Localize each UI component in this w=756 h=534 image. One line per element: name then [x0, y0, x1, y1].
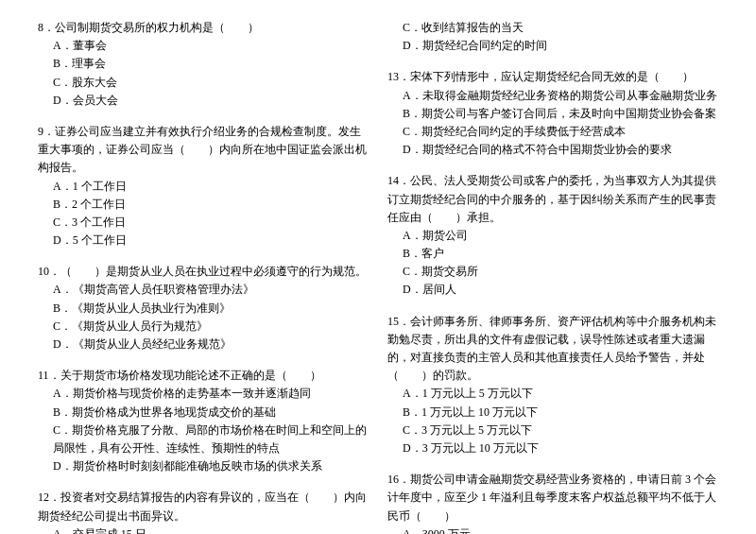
question-option: A．1 万元以上 5 万元以下	[387, 385, 718, 403]
question-block: 14．公民、法人受期货公司或客户的委托，为当事双方人为其提供订立期货经纪合同的中…	[387, 172, 718, 299]
question-block: 16．期货公司申请金融期货交易经营业务资格的，申请日前 3 个会计年度中，应至少…	[387, 471, 718, 534]
question-title: 14．公民、法人受期货公司或客户的委托，为当事双方人为其提供订立期货经纪合同的中…	[387, 172, 718, 227]
question-option: B．期货价格成为世界各地现货成交价的基础	[38, 404, 369, 422]
question-option: A．期货公司	[387, 227, 718, 245]
question-title: 13．宋体下列情形中，应认定期货经纪合同无效的是（ ）	[387, 68, 718, 86]
question-option: A．期货价格与现货价格的走势基本一致并逐渐趋同	[38, 385, 369, 403]
question-block: 11．关于期货市场价格发现功能论述不正确的是（ ）A．期货价格与现货价格的走势基…	[38, 367, 369, 475]
question-title: 9．证券公司应当建立并有效执行介绍业务的合规检查制度。发生重大事项的，证券公司应…	[38, 123, 369, 178]
question-option: D．居间人	[387, 281, 718, 299]
question-option: B．期货公司与客户签订合同后，未及时向中国期货业协会备案	[387, 105, 718, 123]
question-option: D．期货经纪合同的格式不符合中国期货业协会的要求	[387, 141, 718, 159]
question-option: D．3 万元以上 10 万元以下	[387, 439, 718, 457]
question-option: C．3 万元以上 5 万元以下	[387, 422, 718, 439]
question-option: B．客户	[387, 245, 718, 263]
question-option: C．股东大会	[38, 74, 369, 92]
right-column: C．收到结算报告的当天D．期货经纪合同约定的时间13．宋体下列情形中，应认定期货…	[387, 19, 718, 534]
question-option: A．未取得金融期货经纪业务资格的期货公司从事金融期货业务	[387, 87, 718, 105]
question-option: C．期货价格克服了分散、局部的市场价格在时间上和空间上的局限性，具有公开性、连续…	[38, 422, 369, 457]
question-option: B．1 万元以上 10 万元以下	[387, 404, 718, 422]
question-option: D．5 个工作日	[38, 232, 369, 250]
question-option: D．会员大会	[38, 92, 369, 110]
question-block: 15．会计师事务所、律师事务所、资产评估机构等中介服务机构未勤勉尽责，所出具的文…	[387, 313, 718, 458]
question-option: A．3000 万元	[387, 525, 718, 534]
question-block: 13．宋体下列情形中，应认定期货经纪合同无效的是（ ）A．未取得金融期货经纪业务…	[387, 68, 718, 159]
question-option: B．《期货从业人员执业行为准则》	[38, 300, 369, 318]
question-title: 8．公司制期货交易所的权力机构是（ ）	[38, 19, 369, 37]
question-block: 10．（ ）是期货从业人员在执业过程中必须遵守的行为规范。A．《期货高管人员任职…	[38, 263, 369, 353]
question-option: A．《期货高管人员任职资格管理办法》	[38, 281, 369, 299]
question-option: C．期货经纪合同约定的手续费低于经营成本	[387, 123, 718, 141]
left-column: 8．公司制期货交易所的权力机构是（ ）A．董事会B．理事会C．股东大会D．会员大…	[38, 19, 369, 534]
question-block: 9．证券公司应当建立并有效执行介绍业务的合规检查制度。发生重大事项的，证券公司应…	[38, 123, 369, 250]
question-title: 10．（ ）是期货从业人员在执业过程中必须遵守的行为规范。	[38, 263, 369, 281]
question-title: 12．投资者对交易结算报告的内容有异议的，应当在（ ）内向期货经纪公司提出书面异…	[38, 489, 369, 525]
page-content: 8．公司制期货交易所的权力机构是（ ）A．董事会B．理事会C．股东大会D．会员大…	[38, 19, 718, 534]
question-option: C．《期货从业人员行为规范》	[38, 318, 369, 336]
question-option: D．《期货从业人员经纪业务规范》	[38, 336, 369, 353]
question-title: 11．关于期货市场价格发现功能论述不正确的是（ ）	[38, 367, 369, 385]
question-option: C．3 个工作日	[38, 214, 369, 232]
question-option: C．收到结算报告的当天	[387, 19, 718, 37]
question-block: C．收到结算报告的当天D．期货经纪合同约定的时间	[387, 19, 718, 55]
question-option: D．期货价格时时刻刻都能准确地反映市场的供求关系	[38, 457, 369, 475]
question-block: 12．投资者对交易结算报告的内容有异议的，应当在（ ）内向期货经纪公司提出书面异…	[38, 489, 369, 534]
question-option: B．理事会	[38, 55, 369, 73]
question-option: C．期货交易所	[387, 263, 718, 281]
question-option: D．期货经纪合同约定的时间	[387, 37, 718, 55]
question-option: A．董事会	[38, 37, 369, 55]
question-option: A．1 个工作日	[38, 178, 369, 196]
question-block: 8．公司制期货交易所的权力机构是（ ）A．董事会B．理事会C．股东大会D．会员大…	[38, 19, 369, 110]
question-title: 16．期货公司申请金融期货交易经营业务资格的，申请日前 3 个会计年度中，应至少…	[387, 471, 718, 525]
question-option: A．交易完成 15 日	[38, 525, 369, 534]
question-title: 15．会计师事务所、律师事务所、资产评估机构等中介服务机构未勤勉尽责，所出具的文…	[387, 313, 718, 386]
question-option: B．2 个工作日	[38, 196, 369, 214]
